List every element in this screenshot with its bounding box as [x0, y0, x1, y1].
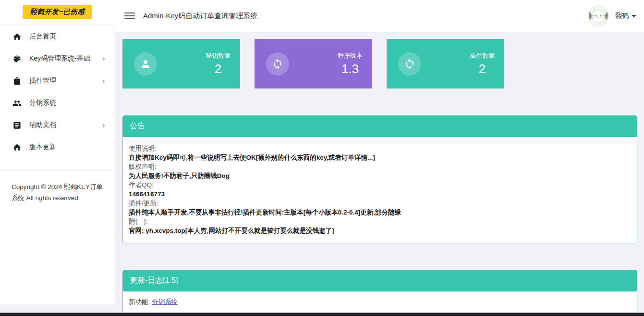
changelog-panel-body: 新功能: 分销系统	[122, 291, 637, 312]
avatar[interactable]	[588, 5, 609, 26]
distribution-system-link[interactable]: 分销系统	[152, 298, 178, 305]
chevron-right-icon: ›	[102, 54, 105, 63]
brand-badge[interactable]: 熙鹤开发~已伤感	[23, 5, 92, 19]
sidebar-item-docs[interactable]: 辅助文档 ›	[0, 114, 115, 136]
changelog-entry: 新功能: 分销系统	[129, 298, 631, 306]
sidebar-item-plugin-management[interactable]: 插件管理 ›	[0, 70, 115, 92]
sidebar-item-distribution[interactable]: 分销系统	[0, 92, 115, 114]
changelog-entry-prefix: 新功能:	[129, 298, 152, 305]
changelog-panel: 更新-日志[1.5] 新功能: 分销系统	[122, 270, 637, 312]
page-title: Admin-Key码自动订单查询管理系统	[143, 12, 257, 21]
announcement-line: 为人民服务!不防君子,只防圈钱Dog	[129, 171, 631, 180]
chevron-right-icon: ›	[102, 76, 105, 86]
home-icon	[12, 32, 22, 41]
stat-card-plugin-count[interactable]: 插件数量 2	[387, 39, 504, 88]
sidebar: 熙鹤开发~已伤感 后台首页 Key码管理系统-基础 › 插件管理 ›	[0, 0, 115, 304]
stat-label: 秘钥数量	[206, 51, 231, 60]
main-content: 秘钥数量 2 程序版本 1.3 插件数量 2 公告 使用说	[115, 32, 644, 313]
sidebar-header: 熙鹤开发~已伤感	[0, 0, 115, 25]
announcement-line: 官网: yh.xcvps.top[本人穷,网站打不开要么就是被打要么就是没钱逝了…	[129, 226, 631, 235]
stat-value: 1.3	[341, 62, 359, 76]
palette-icon	[12, 54, 22, 63]
person-icon	[134, 52, 157, 76]
sync-icon	[266, 52, 289, 76]
stat-label: 插件数量	[470, 51, 495, 60]
announcement-panel-body: 使用说明: 直接增加Key码即可,将一些说明写上去便OK[额外别的什么东西的ke…	[122, 137, 637, 243]
announcement-line: 插件/更新:	[129, 199, 631, 208]
copyright-text: Copyright © 2024 熙鹤KEY订单系统 All rights re…	[0, 171, 115, 203]
sidebar-item-label: 后台首页	[29, 32, 56, 41]
stat-card-key-count[interactable]: 秘钥数量 2	[122, 39, 240, 88]
announcement-line: 直接增加Key码即可,将一些说明写上去便OK[额外别的什么东西的key,或者订单…	[129, 153, 631, 162]
topbar: Admin-Key码自动订单查询管理系统 熙鹤	[115, 0, 644, 32]
sidebar-item-version-update[interactable]: 版本更新	[0, 136, 115, 158]
sidebar-item-label: 辅助文档	[29, 121, 56, 129]
caret-down-icon	[632, 15, 636, 17]
document-icon	[12, 120, 22, 130]
announcement-line: 1466416773	[129, 190, 631, 199]
announcement-line: 插件纯本人顺手开发,不要从事非法行径!插件更新时间:主版本[每个小版本0.2-0…	[129, 208, 631, 217]
sidebar-item-label: 版本更新	[29, 143, 56, 152]
announcement-panel-title: 公告	[122, 115, 637, 137]
bag-icon	[12, 76, 22, 86]
sync-icon	[398, 52, 421, 76]
announcement-line: 使用说明:	[129, 144, 631, 153]
announcement-line: 作者QQ:	[129, 180, 631, 190]
announcement-line: 附{一}:	[129, 217, 631, 226]
announcement-line: 版权声明:	[129, 162, 631, 171]
stat-cards-row: 秘钥数量 2 程序版本 1.3 插件数量 2	[122, 39, 637, 88]
sidebar-menu: 后台首页 Key码管理系统-基础 › 插件管理 › 分销系统	[0, 25, 115, 158]
username[interactable]: 熙鹤	[615, 12, 636, 20]
user-menu[interactable]: 熙鹤	[588, 5, 636, 26]
bottom-taskbar-strip	[0, 313, 644, 316]
sidebar-item-dashboard[interactable]: 后台首页	[0, 25, 115, 48]
sidebar-item-key-management[interactable]: Key码管理系统-基础 ›	[0, 48, 115, 70]
stat-card-program-version[interactable]: 程序版本 1.3	[255, 39, 372, 88]
stat-label: 程序版本	[338, 51, 363, 60]
sidebar-item-label: 插件管理	[29, 76, 56, 85]
sidebar-item-label: 分销系统	[29, 99, 56, 107]
home-icon	[12, 142, 22, 152]
stat-value: 2	[215, 62, 221, 76]
announcement-panel: 公告 使用说明: 直接增加Key码即可,将一些说明写上去便OK[额外别的什么东西…	[122, 115, 637, 243]
changelog-panel-title: 更新-日志[1.5]	[122, 270, 637, 291]
group-icon	[12, 98, 22, 108]
hamburger-menu-icon[interactable]	[124, 13, 135, 19]
sidebar-item-label: Key码管理系统-基础	[29, 54, 90, 63]
stat-value: 2	[479, 62, 486, 76]
chevron-right-icon: ›	[102, 120, 105, 130]
